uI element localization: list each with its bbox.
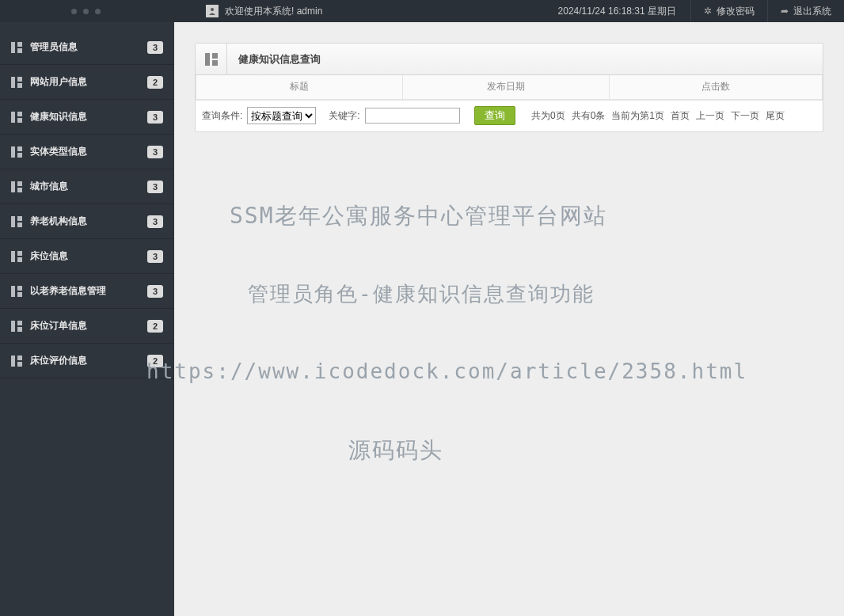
grid-icon — [11, 146, 22, 158]
sidebar-item-bed[interactable]: 床位信息 3 — [0, 239, 174, 274]
search-button[interactable]: 查询 — [474, 106, 515, 125]
sidebar-item-review[interactable]: 床位评价信息 2 — [0, 344, 174, 378]
panel-header: 健康知识信息查询 — [196, 44, 823, 75]
grid-icon — [11, 251, 22, 262]
pager-current: 当前为第1页 — [611, 109, 664, 123]
logout-button[interactable]: ➦ 退出系统 — [767, 0, 844, 22]
sidebar-item-label: 床位订单信息 — [30, 319, 147, 333]
sidebar-item-entity[interactable]: 实体类型信息 3 — [0, 135, 174, 169]
sidebar-item-nursing[interactable]: 养老机构信息 3 — [0, 204, 174, 239]
change-password-label: 修改密码 — [717, 5, 755, 18]
sidebar-item-users[interactable]: 网站用户信息 2 — [0, 65, 174, 100]
sidebar: 管理员信息 3 网站用户信息 2 健康知识信息 3 实体类型信息 3 城市信息 … — [0, 22, 174, 616]
keyword-label: 关键字: — [329, 109, 359, 123]
grid-icon — [11, 321, 22, 332]
gear-icon: ✲ — [704, 6, 712, 17]
sidebar-badge: 3 — [147, 181, 163, 193]
sidebar-item-label: 床位评价信息 — [30, 354, 147, 367]
col-title: 标题 — [196, 75, 403, 99]
datetime: 2024/11/24 16:18:31 星期日 — [558, 5, 676, 18]
grid-icon — [11, 112, 22, 123]
sidebar-badge: 3 — [147, 41, 163, 54]
pager-next[interactable]: 下一页 — [731, 109, 759, 123]
sidebar-item-oldcare[interactable]: 以老养老信息管理 3 — [0, 274, 174, 309]
main-content: 健康知识信息查询 标题 发布日期 点击数 查询条件: 按标题查询 关键字: 查询… — [174, 22, 844, 616]
sidebar-item-label: 城市信息 — [30, 180, 147, 193]
sidebar-badge: 2 — [147, 320, 163, 333]
grid-icon — [11, 356, 22, 367]
grid-icon — [11, 77, 22, 88]
sidebar-badge: 2 — [147, 355, 163, 367]
pager-prev[interactable]: 上一页 — [696, 109, 724, 123]
sidebar-badge: 3 — [147, 285, 163, 298]
sidebar-item-order[interactable]: 床位订单信息 2 — [0, 309, 174, 344]
sidebar-item-admin[interactable]: 管理员信息 3 — [0, 30, 174, 65]
logout-icon: ➦ — [781, 6, 789, 17]
logout-label: 退出系统 — [793, 5, 831, 18]
sidebar-badge: 3 — [147, 215, 163, 228]
col-date: 发布日期 — [403, 75, 610, 99]
sidebar-badge: 3 — [147, 146, 163, 158]
grid-icon — [11, 286, 22, 297]
sidebar-item-city[interactable]: 城市信息 3 — [0, 169, 174, 204]
query-select[interactable]: 按标题查询 — [247, 107, 316, 124]
sidebar-item-label: 以老养老信息管理 — [30, 284, 147, 298]
keyword-input[interactable] — [365, 108, 460, 124]
sidebar-item-label: 实体类型信息 — [30, 145, 147, 158]
pager-count: 共有0条 — [572, 109, 606, 123]
pager: 共为0页 共有0条 当前为第1页 首页 上一页 下一页 尾页 — [531, 109, 816, 123]
topbar: 欢迎使用本系统! admin 2024/11/24 16:18:31 星期日 ✲… — [0, 0, 844, 22]
panel-title: 健康知识信息查询 — [227, 52, 321, 67]
pager-last[interactable]: 尾页 — [766, 109, 785, 123]
welcome-block: 欢迎使用本系统! admin — [174, 5, 322, 18]
query-label: 查询条件: — [202, 109, 242, 123]
data-table: 标题 发布日期 点击数 — [196, 75, 823, 100]
col-clicks: 点击数 — [610, 75, 823, 99]
welcome-text: 欢迎使用本系统! admin — [225, 5, 322, 18]
grid-icon — [11, 216, 22, 227]
avatar-icon — [206, 5, 219, 17]
pager-pages: 共为0页 — [531, 109, 565, 123]
sidebar-badge: 2 — [147, 76, 163, 89]
panel: 健康知识信息查询 标题 发布日期 点击数 查询条件: 按标题查询 关键字: 查询… — [195, 43, 823, 132]
sidebar-item-health[interactable]: 健康知识信息 3 — [0, 100, 174, 135]
sidebar-badge: 3 — [147, 111, 163, 124]
window-dots — [0, 9, 174, 14]
sidebar-item-label: 健康知识信息 — [30, 110, 147, 124]
query-row: 查询条件: 按标题查询 关键字: 查询 共为0页 共有0条 当前为第1页 首页 … — [196, 100, 823, 131]
sidebar-item-label: 管理员信息 — [30, 40, 147, 54]
panel-icon — [196, 44, 227, 75]
sidebar-item-label: 床位信息 — [30, 249, 147, 263]
pager-first[interactable]: 首页 — [671, 109, 690, 123]
grid-icon — [11, 181, 22, 192]
change-password-button[interactable]: ✲ 修改密码 — [690, 0, 767, 22]
svg-point-0 — [211, 8, 214, 11]
sidebar-item-label: 养老机构信息 — [30, 215, 147, 228]
sidebar-item-label: 网站用户信息 — [30, 75, 147, 89]
grid-icon — [11, 42, 22, 53]
sidebar-badge: 3 — [147, 250, 163, 263]
